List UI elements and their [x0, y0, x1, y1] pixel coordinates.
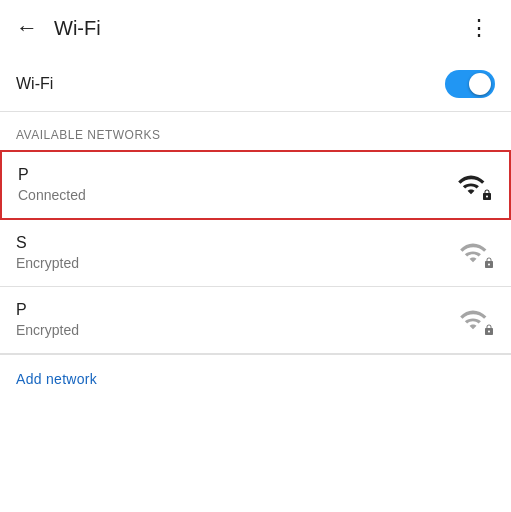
network-name-s: S — [16, 232, 459, 254]
wifi-toggle-row[interactable]: Wi-Fi — [0, 56, 511, 112]
app-header: ← Wi-Fi ⋮ — [0, 0, 511, 56]
wifi-signal-s — [459, 235, 495, 271]
network-info-p2: P Encrypted — [16, 299, 459, 341]
lock-icon-p2 — [483, 324, 495, 336]
more-options-button[interactable]: ⋮ — [463, 12, 495, 44]
network-info-connected: P Connected — [18, 164, 457, 206]
back-button[interactable]: ← — [16, 15, 38, 41]
network-name-connected: P — [18, 164, 457, 186]
toggle-thumb — [469, 73, 491, 95]
network-info-s: S Encrypted — [16, 232, 459, 274]
page-title: Wi-Fi — [54, 17, 463, 40]
add-network-button[interactable]: Add network — [0, 355, 511, 403]
network-item-s[interactable]: S Encrypted — [0, 220, 511, 287]
network-status-connected: Connected — [18, 186, 457, 206]
lock-icon-s — [483, 257, 495, 269]
network-name-p2: P — [16, 299, 459, 321]
wifi-toggle-label: Wi-Fi — [16, 75, 445, 93]
lock-icon-connected — [481, 189, 493, 201]
wifi-signal-p2 — [459, 302, 495, 338]
wifi-toggle-switch[interactable] — [445, 70, 495, 98]
network-item-connected[interactable]: P Connected — [0, 150, 511, 220]
available-networks-header: AVAILABLE NETWORKS — [0, 112, 511, 150]
network-status-s: Encrypted — [16, 254, 459, 274]
network-item-p2[interactable]: P Encrypted — [0, 287, 511, 354]
wifi-signal-connected — [457, 167, 493, 203]
network-status-p2: Encrypted — [16, 321, 459, 341]
